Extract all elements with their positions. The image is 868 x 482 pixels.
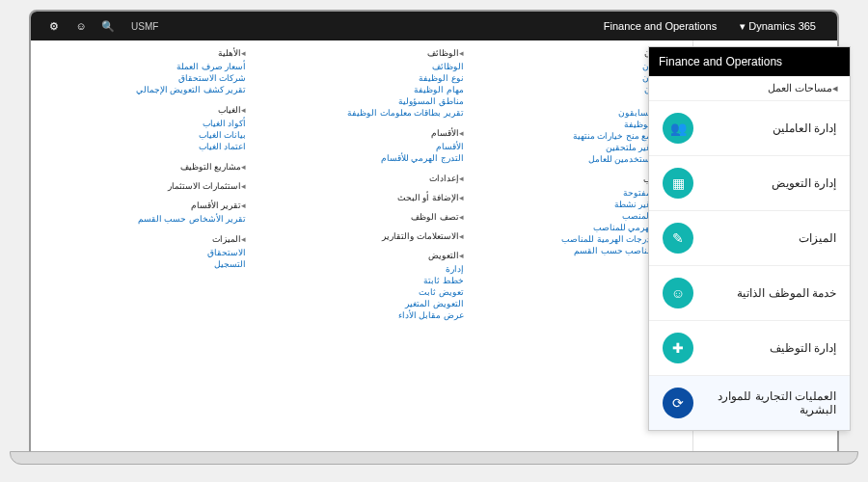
menu-link[interactable]: تقرير الأشخاص حسب القسم [42,213,246,225]
grid-icon: ▦ [663,168,693,199]
settings-icon[interactable]: ⚙ [41,13,68,40]
menu-link[interactable]: تقرير كشف التعويض الإجمالي [42,84,246,95]
menu-link[interactable]: الاستحقاق [42,247,246,258]
menu-link[interactable]: مناطق المسؤولية [259,95,463,107]
group-head[interactable]: الغياب [42,105,246,115]
menu-link[interactable]: إدارة [259,263,463,275]
group-head[interactable]: الاستعلامات والتقارير [259,231,463,241]
group-head[interactable]: تقرير الأقسام [42,201,246,210]
links-panel: العاملون الموظفون الموظفون المقاولون الع… [31,40,692,453]
sidebar-item-hrprocess[interactable]: العمليات التجارية للموارد البشرية⟳ [649,375,850,430]
menu-link[interactable]: التسجيل [42,258,246,270]
group-head[interactable]: الأهلية [42,48,246,58]
menu-link[interactable]: نوع الوظيفة [259,72,463,84]
sidebar-overlay: Finance and Operations مساحات العمل إدار… [648,46,851,431]
person-icon: ☺ [663,278,693,308]
brand-finops[interactable]: Finance and Operations [592,20,728,32]
menu-link[interactable]: التدرج الهرمي للأقسام [259,152,463,164]
top-navbar: Dynamics 365 Finance and Operations USMF… [31,12,837,40]
sidebar-item-workers[interactable]: إدارة العاملين👥 [649,100,850,155]
search-icon[interactable]: 🔍 [95,13,122,40]
process-icon: ⟳ [663,388,693,418]
menu-link[interactable]: الوظائف [259,61,463,72]
menu-link[interactable]: التعويض المتغير [259,298,463,309]
group-head[interactable]: الميزات [42,234,246,244]
group-head[interactable]: تصف الوظف [259,212,463,222]
menu-link[interactable]: مهام الوظيفة [259,84,463,95]
group-head[interactable]: الأقسام [259,128,463,138]
group-head[interactable]: استثمارات الاستثمار [42,181,246,191]
people-icon: 👥 [663,113,693,144]
pencil-icon: ✎ [663,223,693,254]
group-head[interactable]: إعدادات [259,174,463,183]
menu-link[interactable]: تعويض ثابت [259,286,463,298]
menu-link[interactable]: بيانات الغياب [42,129,246,141]
menu-link[interactable]: اعتماد الغياب [42,141,246,152]
menu-link[interactable]: أسعار صرف العملة [42,61,246,72]
sidebar-item-compensation[interactable]: إدارة التعويض▦ [649,155,850,210]
sidebar-item-recruit[interactable]: إدارة التوظيف✚ [649,320,850,375]
group-head[interactable]: مشاريع التوظيف [42,162,246,172]
menu-link[interactable]: أكواد الغياب [42,118,246,129]
sidebar-section-workspaces[interactable]: مساحات العمل [649,76,850,100]
plus-person-icon: ✚ [663,333,693,363]
brand-dynamics[interactable]: Dynamics 365 [728,20,827,33]
menu-link[interactable]: خطط ثابتة [259,275,463,286]
sidebar-item-benefits[interactable]: الميزات✎ [649,210,850,265]
group-head[interactable]: التعويض [259,251,463,260]
sidebar-title: Finance and Operations [649,47,850,76]
company-code[interactable]: USMF [122,21,168,32]
menu-link[interactable]: الأقسام [259,141,463,152]
menu-link[interactable]: شركات الاستحقاق [42,72,246,84]
menu-link[interactable]: تقرير بطاقات معلومات الوظيفة [259,107,463,119]
menu-link[interactable]: عرض مقابل الأداء [259,309,463,321]
feedback-icon[interactable]: ☺ [68,13,95,40]
sidebar-item-selfservice[interactable]: خدمة الموظف الذاتية☺ [649,265,850,320]
laptop-base [10,451,858,465]
group-head[interactable]: الوظائف [259,48,463,58]
group-head[interactable]: الإضافة أو البحث [259,193,463,202]
